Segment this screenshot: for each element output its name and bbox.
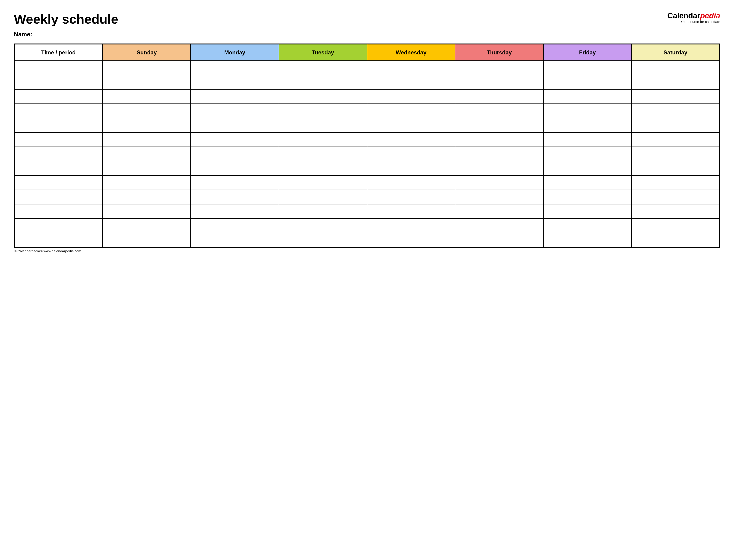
- schedule-cell[interactable]: [455, 104, 543, 118]
- schedule-cell[interactable]: [367, 204, 455, 219]
- schedule-cell[interactable]: [367, 147, 455, 161]
- schedule-cell[interactable]: [367, 175, 455, 190]
- schedule-cell[interactable]: [103, 219, 191, 233]
- schedule-cell[interactable]: [543, 118, 632, 132]
- schedule-cell[interactable]: [279, 219, 367, 233]
- time-cell[interactable]: [14, 233, 103, 247]
- schedule-cell[interactable]: [631, 161, 720, 175]
- schedule-cell[interactable]: [279, 190, 367, 204]
- schedule-cell[interactable]: [279, 104, 367, 118]
- schedule-cell[interactable]: [279, 233, 367, 247]
- schedule-cell[interactable]: [191, 104, 279, 118]
- schedule-cell[interactable]: [367, 219, 455, 233]
- schedule-cell[interactable]: [543, 132, 632, 147]
- schedule-cell[interactable]: [279, 132, 367, 147]
- schedule-cell[interactable]: [279, 147, 367, 161]
- time-cell[interactable]: [14, 204, 103, 219]
- schedule-cell[interactable]: [103, 175, 191, 190]
- schedule-cell[interactable]: [191, 118, 279, 132]
- schedule-cell[interactable]: [191, 75, 279, 89]
- schedule-cell[interactable]: [455, 233, 543, 247]
- schedule-cell[interactable]: [455, 118, 543, 132]
- time-cell[interactable]: [14, 147, 103, 161]
- time-cell[interactable]: [14, 219, 103, 233]
- schedule-cell[interactable]: [103, 161, 191, 175]
- time-cell[interactable]: [14, 175, 103, 190]
- time-cell[interactable]: [14, 104, 103, 118]
- time-cell[interactable]: [14, 132, 103, 147]
- schedule-cell[interactable]: [455, 147, 543, 161]
- schedule-cell[interactable]: [631, 89, 720, 104]
- schedule-cell[interactable]: [367, 61, 455, 75]
- schedule-cell[interactable]: [367, 118, 455, 132]
- schedule-cell[interactable]: [455, 61, 543, 75]
- schedule-cell[interactable]: [191, 219, 279, 233]
- time-cell[interactable]: [14, 75, 103, 89]
- schedule-cell[interactable]: [279, 75, 367, 89]
- schedule-cell[interactable]: [543, 104, 632, 118]
- schedule-cell[interactable]: [279, 175, 367, 190]
- schedule-cell[interactable]: [191, 161, 279, 175]
- schedule-cell[interactable]: [631, 118, 720, 132]
- schedule-cell[interactable]: [191, 204, 279, 219]
- schedule-cell[interactable]: [103, 233, 191, 247]
- schedule-cell[interactable]: [367, 190, 455, 204]
- schedule-cell[interactable]: [455, 132, 543, 147]
- schedule-cell[interactable]: [367, 104, 455, 118]
- schedule-cell[interactable]: [367, 161, 455, 175]
- schedule-cell[interactable]: [631, 132, 720, 147]
- schedule-cell[interactable]: [191, 147, 279, 161]
- schedule-cell[interactable]: [455, 204, 543, 219]
- schedule-cell[interactable]: [279, 204, 367, 219]
- schedule-cell[interactable]: [543, 190, 632, 204]
- schedule-cell[interactable]: [367, 132, 455, 147]
- schedule-cell[interactable]: [279, 161, 367, 175]
- schedule-cell[interactable]: [543, 61, 632, 75]
- schedule-cell[interactable]: [543, 161, 632, 175]
- schedule-cell[interactable]: [191, 233, 279, 247]
- time-cell[interactable]: [14, 89, 103, 104]
- schedule-cell[interactable]: [279, 61, 367, 75]
- schedule-cell[interactable]: [631, 190, 720, 204]
- schedule-cell[interactable]: [455, 161, 543, 175]
- schedule-cell[interactable]: [367, 89, 455, 104]
- schedule-cell[interactable]: [103, 104, 191, 118]
- schedule-cell[interactable]: [103, 89, 191, 104]
- schedule-cell[interactable]: [631, 147, 720, 161]
- schedule-cell[interactable]: [631, 175, 720, 190]
- schedule-cell[interactable]: [103, 147, 191, 161]
- schedule-cell[interactable]: [455, 89, 543, 104]
- schedule-cell[interactable]: [543, 219, 632, 233]
- time-cell[interactable]: [14, 161, 103, 175]
- schedule-cell[interactable]: [103, 190, 191, 204]
- schedule-cell[interactable]: [103, 204, 191, 219]
- schedule-cell[interactable]: [455, 219, 543, 233]
- schedule-cell[interactable]: [191, 190, 279, 204]
- schedule-cell[interactable]: [103, 75, 191, 89]
- time-cell[interactable]: [14, 190, 103, 204]
- schedule-cell[interactable]: [631, 233, 720, 247]
- schedule-cell[interactable]: [191, 89, 279, 104]
- schedule-cell[interactable]: [103, 118, 191, 132]
- schedule-cell[interactable]: [279, 89, 367, 104]
- schedule-cell[interactable]: [103, 61, 191, 75]
- schedule-cell[interactable]: [367, 75, 455, 89]
- schedule-cell[interactable]: [631, 104, 720, 118]
- schedule-cell[interactable]: [631, 75, 720, 89]
- schedule-cell[interactable]: [543, 75, 632, 89]
- schedule-cell[interactable]: [367, 233, 455, 247]
- schedule-cell[interactable]: [103, 132, 191, 147]
- schedule-cell[interactable]: [191, 175, 279, 190]
- schedule-cell[interactable]: [631, 219, 720, 233]
- schedule-cell[interactable]: [455, 175, 543, 190]
- schedule-cell[interactable]: [455, 75, 543, 89]
- schedule-cell[interactable]: [543, 89, 632, 104]
- schedule-cell[interactable]: [543, 147, 632, 161]
- time-cell[interactable]: [14, 61, 103, 75]
- schedule-cell[interactable]: [191, 132, 279, 147]
- schedule-cell[interactable]: [279, 118, 367, 132]
- schedule-cell[interactable]: [191, 61, 279, 75]
- time-cell[interactable]: [14, 118, 103, 132]
- schedule-cell[interactable]: [631, 61, 720, 75]
- schedule-cell[interactable]: [631, 204, 720, 219]
